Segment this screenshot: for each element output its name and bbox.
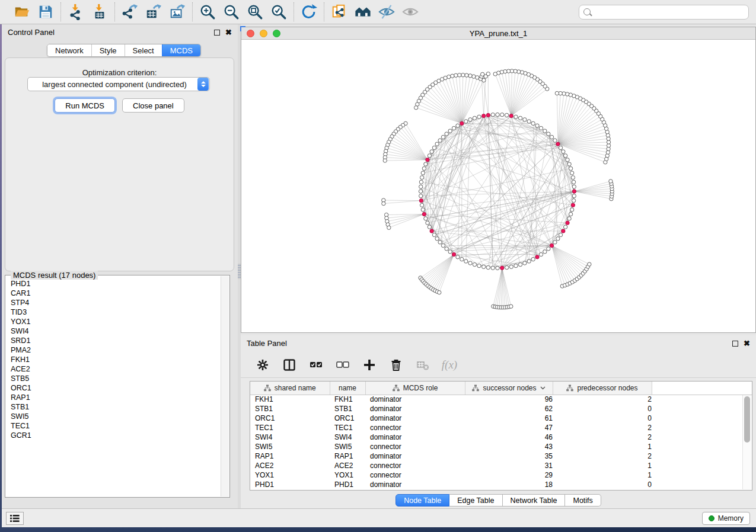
- network-node[interactable]: [518, 116, 522, 120]
- network-node[interactable]: [509, 265, 513, 268]
- network-node[interactable]: [547, 132, 550, 136]
- network-node[interactable]: [496, 266, 499, 270]
- network-node[interactable]: [421, 171, 425, 175]
- network-node[interactable]: [539, 126, 543, 130]
- leaf-node[interactable]: [468, 74, 472, 78]
- network-node[interactable]: [570, 171, 574, 175]
- mcds-node[interactable]: [482, 114, 486, 117]
- result-node[interactable]: TEC1: [11, 421, 220, 431]
- network-node[interactable]: [535, 124, 539, 127]
- network-node[interactable]: [473, 262, 476, 266]
- result-node[interactable]: PHD1: [11, 279, 220, 289]
- column-header-shared-name[interactable]: shared name: [250, 382, 330, 395]
- float-panel-icon[interactable]: [214, 30, 220, 36]
- result-node[interactable]: YOX1: [11, 317, 220, 326]
- leaf-node[interactable]: [476, 76, 479, 79]
- zoom-in-icon[interactable]: [198, 2, 217, 21]
- network-node[interactable]: [452, 126, 455, 130]
- network-node[interactable]: [572, 194, 576, 198]
- network-node[interactable]: [531, 121, 535, 125]
- leaf-node[interactable]: [493, 72, 497, 76]
- network-node[interactable]: [438, 139, 442, 142]
- network-node[interactable]: [523, 261, 527, 265]
- leaf-node[interactable]: [458, 73, 461, 77]
- leaf-node[interactable]: [454, 73, 458, 77]
- mcds-node[interactable]: [550, 243, 553, 247]
- network-node[interactable]: [527, 259, 531, 263]
- import-network-icon[interactable]: [66, 2, 85, 21]
- network-node[interactable]: [428, 154, 431, 158]
- network-node[interactable]: [514, 264, 518, 267]
- leaf-node[interactable]: [438, 290, 441, 294]
- network-node[interactable]: [572, 180, 575, 184]
- first-neighbors-icon[interactable]: [353, 2, 372, 21]
- mcds-node[interactable]: [419, 198, 423, 202]
- tab-mcds[interactable]: MCDS: [162, 44, 200, 56]
- network-node[interactable]: [527, 120, 531, 123]
- network-node[interactable]: [419, 180, 423, 184]
- network-node[interactable]: [482, 265, 486, 268]
- network-node[interactable]: [438, 241, 442, 244]
- network-node[interactable]: [464, 259, 468, 263]
- network-node[interactable]: [419, 185, 423, 188]
- leaf-node[interactable]: [509, 305, 513, 308]
- network-node[interactable]: [448, 129, 452, 133]
- search-input[interactable]: [594, 8, 744, 16]
- tab-node-table[interactable]: Node Table: [395, 494, 449, 507]
- network-node[interactable]: [448, 250, 452, 254]
- network-node[interactable]: [505, 113, 508, 117]
- network-node[interactable]: [445, 247, 448, 251]
- network-from-selection-icon[interactable]: [330, 2, 349, 21]
- result-node[interactable]: SWI4: [11, 326, 220, 336]
- leaf-node[interactable]: [609, 180, 613, 183]
- result-node[interactable]: STB5: [11, 374, 220, 383]
- export-network-icon[interactable]: [120, 2, 139, 21]
- table-scrollbar-thumb[interactable]: [744, 396, 750, 443]
- table-row-SWI5[interactable]: SWI5SWI5connector431: [250, 442, 752, 451]
- result-node[interactable]: ACE2: [11, 364, 220, 374]
- delete-columns-icon[interactable]: [389, 358, 403, 372]
- mcds-node[interactable]: [430, 229, 433, 233]
- result-node[interactable]: STP4: [11, 298, 220, 307]
- network-node[interactable]: [432, 233, 436, 236]
- close-panel-icon[interactable]: ✖: [225, 30, 232, 36]
- network-node[interactable]: [435, 237, 439, 241]
- import-table-icon[interactable]: [90, 2, 109, 21]
- network-node[interactable]: [543, 129, 547, 133]
- network-node[interactable]: [569, 212, 572, 216]
- mcds-node[interactable]: [460, 121, 464, 125]
- network-node[interactable]: [514, 115, 518, 118]
- float-table-panel-icon[interactable]: [732, 341, 738, 347]
- mcds-node[interactable]: [562, 229, 565, 233]
- mcds-node[interactable]: [572, 190, 576, 193]
- table-scrollbar[interactable]: [742, 395, 751, 489]
- leaf-node[interactable]: [414, 106, 417, 110]
- result-node[interactable]: GCR1: [11, 431, 220, 440]
- network-node[interactable]: [432, 146, 436, 149]
- mcds-node[interactable]: [426, 158, 429, 162]
- tab-network-table[interactable]: Network Table: [503, 494, 566, 507]
- network-node[interactable]: [567, 217, 571, 220]
- select-all-icon[interactable]: [309, 358, 323, 372]
- create-column-icon[interactable]: [362, 358, 377, 372]
- network-node[interactable]: [531, 257, 535, 261]
- table-row-STB1[interactable]: STB1STB1dominator620: [250, 404, 752, 414]
- table-row-TEC1[interactable]: TEC1TEC1connector472: [250, 423, 752, 432]
- network-node[interactable]: [566, 158, 569, 162]
- network-node[interactable]: [445, 132, 448, 136]
- network-node[interactable]: [460, 257, 464, 261]
- network-node[interactable]: [421, 208, 425, 211]
- network-node[interactable]: [441, 243, 445, 247]
- leaf-node[interactable]: [481, 72, 484, 76]
- optimization-select[interactable]: largest connected component (undirected): [27, 77, 210, 91]
- column-header-successor-nodes[interactable]: successor nodes: [465, 382, 553, 395]
- mcds-node[interactable]: [452, 252, 455, 256]
- network-node[interactable]: [419, 190, 422, 193]
- mcds-node[interactable]: [500, 266, 504, 270]
- tab-motifs[interactable]: Motifs: [565, 494, 601, 507]
- leaf-node[interactable]: [465, 73, 468, 77]
- show-columns-icon[interactable]: [282, 358, 296, 372]
- network-node[interactable]: [523, 118, 527, 121]
- tab-style[interactable]: Style: [91, 44, 125, 56]
- refresh-view-icon[interactable]: [299, 2, 318, 21]
